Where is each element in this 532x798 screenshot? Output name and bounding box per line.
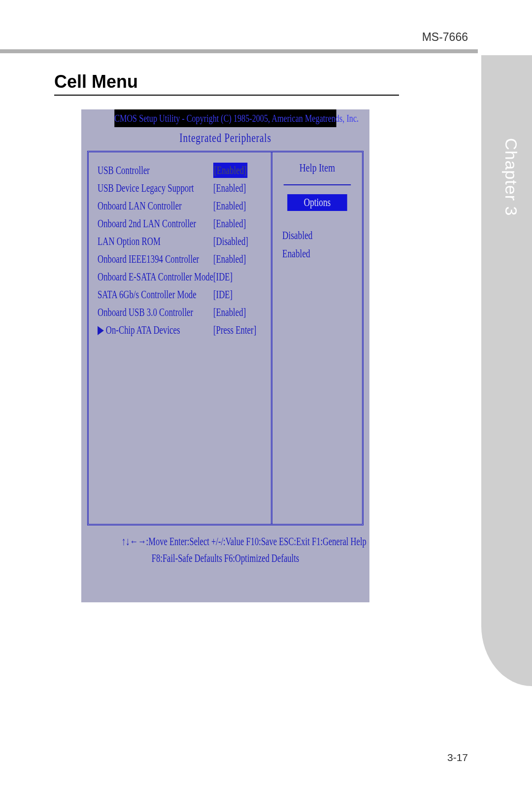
chapter-label: Chapter 3 [501, 138, 521, 216]
setting-row[interactable]: ▶ On-Chip ATA Devices [Press Enter] [98, 321, 268, 339]
setting-value: [Enabled] [213, 199, 246, 212]
setting-label: SATA 6Gb/s Controller Mode [98, 288, 179, 301]
footer-line-2: F8:Fail-Safe Defaults F6:Optimized Defau… [122, 550, 329, 567]
setting-value: [Disabled] [213, 235, 248, 248]
option-item[interactable]: Disabled [277, 229, 335, 242]
options-block: Options Disabled Enabled [277, 194, 357, 260]
setting-row[interactable]: Onboard 2nd LAN Controller [Enabled] [98, 214, 268, 232]
setting-label: Onboard IEEE1394 Controller [98, 252, 179, 266]
setting-row[interactable]: USB Controller [Enabled] [98, 161, 268, 179]
bios-settings-list: USB Controller [Enabled] USB Device Lega… [89, 152, 271, 524]
setting-row[interactable]: LAN Option ROM [Disabled] [98, 232, 268, 250]
setting-label: ▶ On-Chip ATA Devices [98, 323, 179, 337]
section-underline [54, 95, 399, 96]
bios-subtitle: Integrated Peripherals [114, 127, 336, 151]
option-item[interactable]: Enabled [277, 247, 335, 260]
setting-label: Onboard LAN Controller [98, 199, 179, 212]
bios-footer: ↑↓←→:Move Enter:Select +/-/:Value F10:Sa… [81, 525, 369, 567]
setting-row[interactable]: SATA 6Gb/s Controller Mode [IDE] [98, 285, 268, 303]
document-id: MS-7666 [422, 31, 468, 44]
header-divider [0, 49, 478, 53]
setting-label: USB Controller [98, 164, 179, 177]
setting-row[interactable]: Onboard USB 3.0 Controller [Enabled] [98, 303, 268, 321]
setting-row[interactable]: USB Device Legacy Support [Enabled] [98, 179, 268, 197]
section-title: Cell Menu [54, 71, 138, 92]
footer-line-1: ↑↓←→:Move Enter:Select +/-/:Value F10:Sa… [122, 533, 329, 550]
help-header: Help Item [284, 152, 351, 185]
setting-value: [Enabled] [213, 252, 246, 266]
setting-value: [Press Enter] [213, 323, 256, 337]
setting-label: Onboard 2nd LAN Controller [98, 217, 179, 230]
setting-label: Onboard USB 3.0 Controller [98, 306, 179, 319]
setting-value: [Enabled] [213, 217, 246, 230]
bios-body: USB Controller [Enabled] USB Device Lega… [87, 151, 364, 525]
bios-help-panel: Help Item Options Disabled Enabled [271, 152, 362, 524]
setting-value: [Enabled] [213, 181, 246, 195]
setting-value: [Enabled] [213, 163, 247, 178]
setting-label: LAN Option ROM [98, 235, 179, 248]
setting-row[interactable]: Onboard LAN Controller [Enabled] [98, 197, 268, 214]
bios-title-bar: CMOS Setup Utility - Copyright (C) 1985-… [114, 109, 336, 127]
page-number: 3-17 [447, 752, 468, 763]
setting-label: Onboard E-SATA Controller Mode [98, 270, 179, 283]
setting-row[interactable]: Onboard E-SATA Controller Mode [IDE] [98, 268, 268, 285]
options-title: Options [287, 194, 347, 211]
setting-value: [IDE] [213, 288, 233, 301]
setting-label: USB Device Legacy Support [98, 181, 179, 195]
setting-value: [IDE] [213, 270, 233, 283]
bios-screenshot: CMOS Setup Utility - Copyright (C) 1985-… [81, 109, 369, 602]
setting-value: [Enabled] [213, 306, 246, 319]
setting-row[interactable]: Onboard IEEE1394 Controller [Enabled] [98, 250, 268, 268]
